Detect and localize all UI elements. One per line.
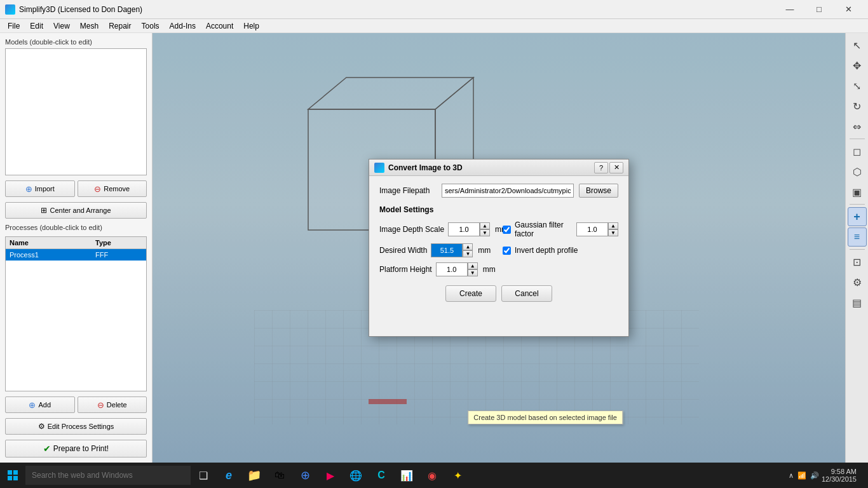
menu-view[interactable]: View [48, 20, 75, 32]
task-view-button[interactable]: ❑ [191, 463, 216, 488]
edit-process-settings-button[interactable]: ⚙ Edit Process Settings [5, 418, 147, 435]
depth-scale-up[interactable]: ▲ [480, 222, 490, 229]
menu-file[interactable]: File [3, 20, 25, 32]
platform-height-input[interactable]: 1.0 [436, 262, 468, 276]
taskbar-search[interactable] [25, 466, 191, 485]
explorer-taskbar-icon[interactable]: 📁 [241, 463, 267, 488]
globe-icon: 🌐 [349, 470, 362, 482]
dialog-title-text: Convert Image to 3D [388, 163, 463, 172]
invert-depth-checkbox[interactable] [503, 247, 511, 255]
import-button[interactable]: ⊕ Import [5, 180, 75, 197]
move-tool-button[interactable]: ✥ [848, 56, 867, 75]
browse-button[interactable]: Browse [579, 184, 618, 198]
cube2-icon: ⬡ [853, 166, 862, 178]
prepare-to-print-button[interactable]: ✔ Prepare to Print! [5, 440, 147, 458]
menu-help[interactable]: Help [238, 20, 264, 32]
frame-tool-button[interactable]: ⊡ [848, 252, 867, 271]
ie-icon: e [226, 469, 232, 482]
menu-tools[interactable]: Tools [137, 20, 165, 32]
view-cube2-button[interactable]: ⬡ [848, 162, 867, 181]
dialog-overlay: Convert Image to 3D ? ✕ Image Filepath B… [153, 33, 845, 463]
platform-height-down[interactable]: ▼ [468, 269, 478, 276]
center-arrange-button[interactable]: ⊞ Center and Arrange [5, 202, 147, 219]
gaussian-checkbox[interactable] [503, 226, 511, 234]
scale-tool-button[interactable]: ⤡ [848, 76, 867, 95]
create-tooltip: Create 3D model based on selected image … [468, 410, 623, 424]
width-input[interactable]: 51.5 [431, 243, 463, 257]
maximize-button[interactable]: □ [804, 0, 834, 19]
clock[interactable]: 9:58 AM 12/30/2015 [822, 468, 857, 483]
filepath-input[interactable] [442, 184, 574, 198]
close-button[interactable]: ✕ [834, 0, 863, 19]
cancel-button[interactable]: Cancel [501, 285, 552, 302]
depth-scale-input[interactable]: 1.0 [448, 222, 480, 236]
viewport[interactable]: Convert Image to 3D ? ✕ Image Filepath B… [153, 33, 845, 463]
models-section: Models (double-click to edit) [5, 38, 147, 175]
currency-icon: C [377, 470, 385, 481]
toolbar-divider-3 [850, 249, 865, 250]
dialog-app-icon [374, 163, 384, 173]
gaussian-spinbox: 1.0 ▲ ▼ [576, 222, 618, 236]
delete-icon: ⊖ [97, 400, 104, 410]
mirror-tool-button[interactable]: ⇔ [848, 117, 867, 136]
center-icon: ⊞ [41, 206, 47, 215]
menu-repair[interactable]: Repair [104, 20, 136, 32]
gaussian-input[interactable]: 1.0 [576, 222, 608, 236]
cross-tool-button[interactable]: + [848, 207, 867, 226]
gear-tool-button[interactable]: ⚙ [848, 273, 867, 292]
start-button[interactable] [0, 463, 25, 488]
menu-edit[interactable]: Edit [25, 20, 48, 32]
width-up[interactable]: ▲ [463, 243, 473, 250]
dialog-close-button[interactable]: ✕ [609, 162, 623, 173]
create-button[interactable]: Create [445, 285, 496, 302]
add-process-button[interactable]: ⊕ Add [5, 396, 75, 413]
globe-taskbar-icon[interactable]: 🌐 [343, 463, 369, 488]
gaussian-setting: Gaussian filter factor 1.0 ▲ ▼ [503, 220, 618, 238]
ie-taskbar-icon[interactable]: e [216, 463, 241, 488]
delete-process-button[interactable]: ⊖ Delete [78, 396, 147, 413]
menu-mesh[interactable]: Mesh [75, 20, 104, 32]
import-icon: ⊕ [25, 184, 32, 194]
tray-arrow[interactable]: ∧ [789, 471, 794, 480]
menu-account[interactable]: Account [201, 20, 238, 32]
view-cube1-button[interactable]: ◻ [848, 142, 867, 161]
platform-height-row: Platform Height 1.0 ▲ ▼ mm [379, 262, 618, 276]
platform-height-up[interactable]: ▲ [468, 262, 478, 269]
currency-taskbar-icon[interactable]: C [369, 463, 394, 488]
media-taskbar-icon[interactable]: ▶ [318, 463, 343, 488]
desired-width-row: Desired Width 51.5 ▲ ▼ mm [379, 243, 618, 257]
title-bar: Simplify3D (Licensed to Don Dagen) — □ ✕ [0, 0, 868, 19]
windows-icon [8, 470, 18, 480]
minimize-button[interactable]: — [775, 0, 804, 19]
store-icon: 🛍 [275, 470, 285, 481]
invert-depth-label: Invert depth profile [515, 246, 578, 255]
menu-addins[interactable]: Add-Ins [165, 20, 201, 32]
store-taskbar-icon[interactable]: 🛍 [267, 463, 292, 488]
menu-bar: File Edit View Mesh Repair Tools Add-Ins… [0, 19, 868, 33]
rotate-tool-button[interactable]: ↻ [848, 97, 867, 116]
star-taskbar-icon[interactable]: ✦ [445, 463, 470, 488]
remove-button[interactable]: ⊖ Remove [78, 180, 147, 197]
chrome-icon: ⊕ [301, 468, 310, 482]
media-icon: ▶ [327, 470, 334, 482]
menu-tool-button[interactable]: ▤ [848, 293, 867, 312]
dialog-title-controls: ? ✕ [594, 162, 623, 173]
chrome-taskbar-icon[interactable]: ⊕ [292, 463, 318, 488]
view-cube3-button[interactable]: ▣ [848, 182, 867, 201]
dialog-title-bar[interactable]: Convert Image to 3D ? ✕ [369, 159, 628, 176]
dialog-help-button[interactable]: ? [594, 162, 608, 173]
depth-scale-down[interactable]: ▼ [480, 229, 490, 236]
dialog-buttons: Create Cancel [379, 285, 618, 302]
depth-scale-spinbox: 1.0 ▲ ▼ [448, 222, 490, 236]
width-down[interactable]: ▼ [463, 250, 473, 257]
process-row[interactable]: Process1 FFF [6, 249, 146, 261]
layers-tool-button[interactable]: ≡ [848, 227, 867, 247]
app-icon [5, 4, 15, 15]
chart-taskbar-icon[interactable]: 📊 [394, 463, 419, 488]
circle-taskbar-icon[interactable]: ◉ [419, 463, 445, 488]
main-layout: Models (double-click to edit) ⊕ Import ⊖… [0, 33, 868, 463]
gaussian-up[interactable]: ▲ [608, 222, 618, 229]
gaussian-down[interactable]: ▼ [608, 229, 618, 236]
select-tool-button[interactable]: ↖ [848, 36, 867, 55]
invert-depth-row: Invert depth profile [503, 246, 618, 255]
